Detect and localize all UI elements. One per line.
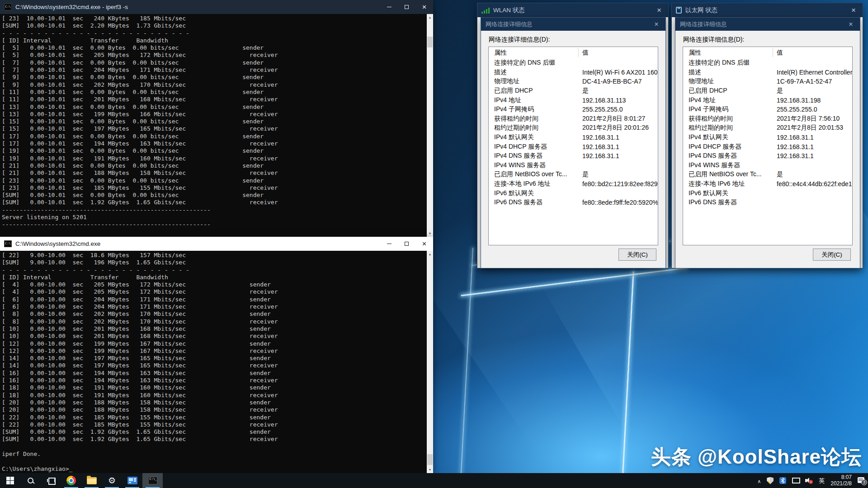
- scrollbar-thumb[interactable]: [427, 37, 433, 47]
- taskbar-app-chrome[interactable]: [61, 473, 81, 488]
- defender-shield-icon[interactable]: [767, 477, 774, 484]
- close-icon[interactable]: [650, 3, 668, 17]
- ime-indicator[interactable]: 英: [819, 477, 825, 485]
- detail-value: 是: [773, 87, 852, 95]
- terminal-window-iperf-server: C:\ C:\Windows\system32\cmd.exe - iperf3…: [0, 0, 433, 237]
- bluetooth-icon[interactable]: [779, 477, 786, 484]
- taskbar-app-command-prompt[interactable]: C:\_: [142, 473, 163, 488]
- volume-muted-icon[interactable]: ×: [805, 478, 813, 484]
- detail-row: IPv6 DNS 服务器fe80::8ede:f9ff:fe20:5920%7: [489, 198, 658, 207]
- detail-value: 192.168.31.113: [578, 97, 658, 104]
- wifi-signal-icon: [481, 7, 490, 14]
- tray-date: 2021/2/8: [830, 481, 852, 487]
- detail-property: 已启用 DHCP: [683, 87, 773, 95]
- minimize-button[interactable]: [380, 0, 398, 14]
- minimize-button[interactable]: [380, 237, 398, 251]
- ethernet-status-title: 以太网 状态: [685, 6, 717, 14]
- terminal-line: [ 13] 0.00-10.01 sec 0.00 Bytes 0.00 bit…: [2, 103, 427, 111]
- terminal-line: [ 14] 0.00-10.00 sec 197 MBytes 165 Mbit…: [2, 362, 427, 369]
- scroll-down-icon[interactable]: [427, 466, 433, 473]
- close-button[interactable]: [415, 237, 433, 251]
- taskbar-app-file-explorer[interactable]: [81, 473, 102, 488]
- terminal-line: [ 17] 0.00-10.01 sec 194 MBytes 163 Mbit…: [2, 140, 427, 147]
- ethernet-status-title-bar[interactable]: 以太网 状态: [672, 3, 863, 17]
- terminal-output[interactable]: [ 22] 9.00-10.00 sec 18.6 MBytes 157 Mbi…: [0, 251, 427, 473]
- detail-property: IPv6 DNS 服务器: [489, 198, 578, 206]
- taskbar-app-settings[interactable]: [102, 473, 122, 488]
- terminal-line: [ 9] 0.00-10.01 sec 202 MBytes 170 Mbits…: [2, 81, 427, 89]
- close-icon[interactable]: [647, 18, 665, 31]
- close-dialog-button[interactable]: 关闭(C): [813, 249, 851, 261]
- start-button[interactable]: [0, 473, 20, 488]
- detail-property: IPv4 DNS 服务器: [489, 152, 578, 160]
- detail-row: 租约过期的时间2021年2月8日 20:01:26: [489, 123, 658, 133]
- detail-property: 获得租约的时间: [683, 115, 773, 123]
- network-display-icon[interactable]: [792, 478, 799, 483]
- task-view-button[interactable]: [41, 473, 61, 488]
- windows-logo-icon: [6, 477, 14, 484]
- taskbar-app-network-connections[interactable]: [122, 473, 142, 488]
- terminal-line: [ 4] 0.00-10.00 sec 205 MBytes 172 Mbits…: [2, 288, 427, 296]
- terminal-title-bar[interactable]: C:\ C:\Windows\system32\cmd.exe: [0, 237, 433, 251]
- scroll-down-icon[interactable]: [427, 230, 433, 237]
- terminal-line: [ 4] 0.00-10.00 sec 205 MBytes 172 Mbits…: [2, 281, 427, 288]
- detail-value: 192.168.31.1: [578, 143, 658, 150]
- detail-property: IPv4 默认网关: [683, 133, 773, 141]
- detail-value: Intel(R) Wi-Fi 6 AX201 160MHz: [578, 69, 658, 76]
- folder-icon: [87, 477, 97, 484]
- close-icon[interactable]: [842, 18, 860, 31]
- terminal-scrollbar[interactable]: [427, 14, 433, 237]
- detail-value: DC-41-A9-EB-BC-A7: [578, 78, 658, 85]
- dialog-title-bar[interactable]: 网络连接详细信息: [481, 18, 665, 31]
- terminal-title-bar[interactable]: C:\ C:\Windows\system32\cmd.exe - iperf3…: [0, 0, 433, 14]
- terminal-scrollbar[interactable]: [427, 251, 433, 473]
- terminal-output-lines: [ 22] 9.00-10.00 sec 18.6 MBytes 157 Mbi…: [2, 252, 427, 465]
- detail-row: IPv4 WINS 服务器: [489, 161, 658, 170]
- terminal-line: [ 23] 0.00-10.01 sec 185 MBytes 155 Mbit…: [2, 184, 427, 192]
- dialog-title-bar[interactable]: 网络连接详细信息: [675, 18, 860, 31]
- detail-row: 物理地址1C-69-7A-A1-52-47: [683, 77, 852, 86]
- terminal-line: [SUM] 0.00-10.00 sec 1.92 GBytes 1.65 Gb…: [2, 428, 427, 436]
- detail-row: 获得租约的时间2021年2月8日 7:56:10: [683, 114, 852, 124]
- notification-center-button[interactable]: 3: [858, 477, 865, 484]
- terminal-line: [ ID] Interval Transfer Bandwidth: [2, 37, 427, 44]
- details-list[interactable]: 属性 值 连接特定的 DNS 后缀描述Intel(R) Ethernet Con…: [683, 47, 853, 245]
- detail-row: IPv4 默认网关192.168.31.1: [489, 133, 658, 142]
- wlan-status-title-bar[interactable]: WLAN 状态: [477, 3, 668, 17]
- scroll-up-icon[interactable]: [427, 14, 433, 21]
- dialog-title: 网络连接详细信息: [680, 20, 727, 28]
- detail-value: 2021年2月8日 20:01:26: [578, 124, 658, 132]
- scrollbar-thumb[interactable]: [427, 454, 433, 465]
- detail-value: Intel(R) Ethernet Controller (3) I225-V: [773, 69, 852, 76]
- close-icon[interactable]: [844, 3, 863, 17]
- detail-value: 192.168.31.1: [578, 134, 658, 141]
- watermark-prefix: 头条: [651, 446, 692, 468]
- column-header-value: 值: [773, 48, 852, 57]
- maximize-button[interactable]: [398, 237, 415, 251]
- detail-property: 描述: [489, 68, 578, 76]
- terminal-line: [ 7] 0.00-10.01 sec 0.00 Bytes 0.00 bits…: [2, 59, 427, 66]
- search-icon: [27, 477, 34, 484]
- terminal-cursor: _: [69, 465, 73, 472]
- terminal-line: [ 22] 9.00-10.00 sec 18.6 MBytes 157 Mbi…: [2, 252, 427, 259]
- detail-row: 已启用 NetBIOS over Tc...是: [489, 170, 658, 179]
- maximize-button[interactable]: [398, 0, 415, 14]
- close-button[interactable]: [415, 0, 433, 14]
- details-list[interactable]: 属性 值 连接特定的 DNS 后缀描述Intel(R) Wi-Fi 6 AX20…: [488, 47, 658, 245]
- detail-value: 192.168.31.1: [578, 152, 658, 160]
- details-label: 网络连接详细信息(D):: [489, 36, 550, 44]
- terminal-output[interactable]: [ 23] 10.00-10.01 sec 240 KBytes 185 Mbi…: [0, 14, 427, 237]
- close-dialog-button[interactable]: 关闭(C): [618, 249, 656, 261]
- detail-value: 是: [578, 170, 658, 178]
- taskbar-search-button[interactable]: [20, 473, 41, 488]
- chevron-up-icon[interactable]: [757, 477, 761, 485]
- terminal-line: [SUM] 0.00-10.01 sec 1.92 GBytes 1.65 Gb…: [2, 199, 427, 206]
- tray-time: 8:07: [830, 474, 852, 481]
- detail-property: 连接特定的 DNS 后缀: [683, 59, 773, 67]
- detail-row: IPv4 DHCP 服务器192.168.31.1: [683, 142, 852, 151]
- tray-clock[interactable]: 8:07 2021/2/8: [830, 474, 852, 487]
- details-list-header: 属性 值: [489, 47, 658, 58]
- network-connections-icon: [127, 477, 137, 484]
- detail-property: 获得租约的时间: [489, 115, 578, 123]
- scroll-up-icon[interactable]: [427, 251, 433, 258]
